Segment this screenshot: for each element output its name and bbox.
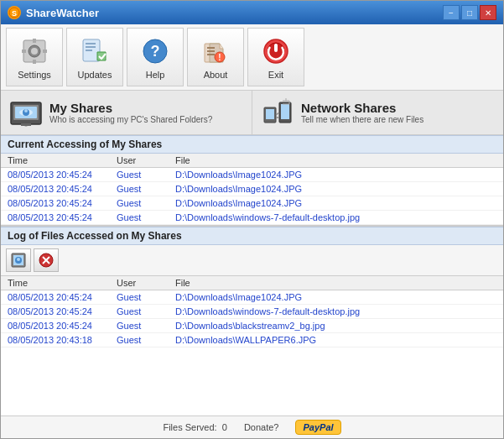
window-title: ShareWatcher (26, 7, 99, 19)
help-label: Help (146, 70, 165, 80)
title-bar-left: S ShareWatcher (8, 6, 99, 19)
log-section-header: Log of Files Accessed on My Shares (1, 227, 503, 245)
header-panels: My Shares Who is accessing my PC's Share… (1, 91, 503, 135)
close-button[interactable]: ✕ (480, 5, 496, 20)
svg-rect-35 (281, 104, 289, 119)
col-user-header: User (117, 155, 175, 165)
svg-text:S: S (12, 9, 17, 18)
log-section: Log of Files Accessed on My Shares (1, 227, 503, 348)
svg-rect-7 (22, 50, 26, 53)
updates-icon (80, 36, 110, 66)
updates-label: Updates (78, 70, 112, 80)
table-row[interactable]: 08/05/2013 20:45:24 Guest D:\Downloads\I… (1, 196, 503, 211)
files-served-text: Files Served: 0 (163, 422, 226, 432)
table-row[interactable]: 08/05/2013 20:45:24 Guest D:\Downloads\w… (1, 211, 503, 225)
settings-icon (19, 36, 49, 66)
log-rows[interactable]: 08/05/2013 20:45:24 Guest D:\Downloads\I… (1, 290, 503, 348)
settings-button[interactable]: Settings (6, 28, 63, 86)
about-icon: ! (200, 36, 231, 66)
svg-rect-27 (21, 123, 31, 126)
toolbar: Settings Updates ? (1, 24, 503, 91)
my-shares-text: My Shares Who is accessing my PC's Share… (49, 101, 212, 124)
log-btn-1[interactable] (6, 248, 31, 272)
help-button[interactable]: ? Help (127, 28, 184, 86)
svg-text:?: ? (151, 43, 160, 60)
log-col-file-header: File (175, 278, 496, 288)
updates-button[interactable]: Updates (66, 28, 123, 86)
table-row[interactable]: 08/05/2013 20:45:24 Guest D:\Downloads\b… (1, 319, 503, 333)
current-accessing-header: Current Accessing of My Shares (1, 135, 503, 154)
about-button[interactable]: ! About (187, 28, 244, 86)
about-label: About (204, 70, 228, 80)
current-accessing-rows[interactable]: 08/05/2013 20:45:24 Guest D:\Downloads\I… (1, 168, 503, 225)
table-row[interactable]: 08/05/2013 20:45:24 Guest D:\Downloads\I… (1, 168, 503, 182)
status-bar: Files Served: 0 Donate? PayPal (1, 415, 503, 438)
svg-rect-18 (207, 54, 215, 55)
exit-button[interactable]: Exit (247, 28, 304, 86)
table-row[interactable]: 08/05/2013 20:43:18 Guest D:\Downloads\W… (1, 333, 503, 348)
svg-rect-33 (266, 109, 274, 119)
app-icon: S (8, 6, 21, 19)
svg-rect-6 (33, 60, 36, 64)
current-accessing-table-header: Time User File (1, 154, 503, 168)
col-file-header: File (175, 155, 496, 165)
log-toolbar (1, 245, 503, 276)
table-row[interactable]: 08/05/2013 20:45:24 Guest D:\Downloads\w… (1, 305, 503, 319)
my-shares-icon (9, 96, 43, 129)
svg-rect-10 (86, 43, 96, 44)
my-shares-title: My Shares (49, 101, 212, 115)
network-shares-icon (261, 96, 294, 129)
exit-label: Exit (268, 70, 283, 80)
svg-rect-12 (86, 50, 92, 51)
title-controls: − □ ✕ (443, 5, 496, 20)
my-shares-panel[interactable]: My Shares Who is accessing my PC's Share… (1, 91, 252, 134)
svg-point-31 (24, 109, 28, 112)
svg-line-36 (276, 112, 279, 115)
svg-rect-16 (207, 47, 215, 49)
minimize-button[interactable]: − (443, 5, 460, 20)
svg-point-42 (17, 258, 20, 261)
my-shares-subtitle: Who is accessing my PC's Shared Folders? (49, 115, 212, 124)
files-served-value: 0 (222, 422, 227, 432)
svg-text:!: ! (218, 53, 221, 62)
svg-point-4 (31, 48, 38, 55)
donate-label: Donate? (244, 422, 279, 432)
log-col-time-header: Time (8, 278, 117, 288)
network-shares-subtitle: Tell me when there are new Files (301, 115, 423, 124)
exit-icon (261, 36, 291, 66)
svg-rect-11 (86, 46, 96, 48)
log-btn-2[interactable] (34, 248, 59, 272)
current-accessing-section: Current Accessing of My Shares Time User… (1, 135, 503, 227)
paypal-button[interactable]: PayPal (295, 420, 340, 435)
svg-rect-8 (43, 50, 47, 53)
svg-rect-23 (274, 44, 278, 52)
network-shares-panel[interactable]: Network Shares Tell me when there are ne… (252, 91, 503, 134)
log-table-header: Time User File (1, 276, 503, 290)
svg-rect-17 (207, 50, 215, 52)
files-served-label: Files Served: (163, 422, 216, 432)
table-row[interactable]: 08/05/2013 20:45:24 Guest D:\Downloads\I… (1, 182, 503, 196)
help-icon: ? (140, 36, 170, 66)
settings-label: Settings (18, 70, 51, 80)
table-row[interactable]: 08/05/2013 20:45:24 Guest D:\Downloads\I… (1, 290, 503, 305)
network-shares-text: Network Shares Tell me when there are ne… (301, 101, 423, 124)
network-shares-title: Network Shares (301, 101, 423, 115)
log-col-user-header: User (117, 278, 175, 288)
maximize-button[interactable]: □ (461, 5, 478, 20)
svg-rect-5 (33, 39, 36, 43)
col-time-header: Time (8, 155, 117, 165)
main-window: S ShareWatcher − □ ✕ (0, 0, 504, 439)
title-bar: S ShareWatcher − □ ✕ (1, 1, 503, 24)
main-content: Current Accessing of My Shares Time User… (1, 135, 503, 415)
